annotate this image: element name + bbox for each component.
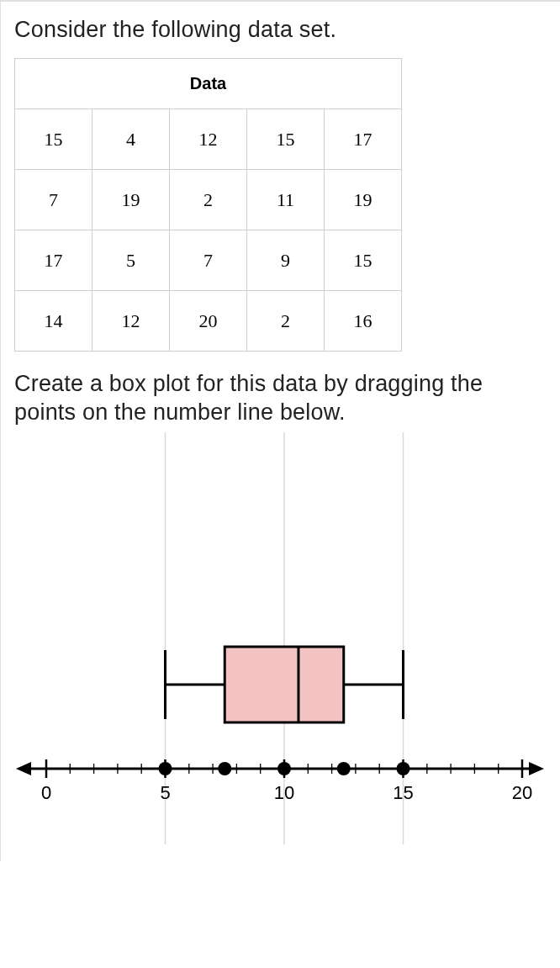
table-cell: 12	[170, 109, 247, 170]
table-cell: 19	[92, 170, 170, 230]
drag-point-3[interactable]	[337, 762, 351, 775]
table-cell: 15	[15, 109, 92, 170]
table-cell: 11	[247, 170, 325, 230]
table-cell: 15	[325, 230, 402, 291]
table-row: 141220216	[15, 291, 402, 352]
table-row: 1757915	[15, 230, 402, 291]
table-cell: 9	[247, 230, 325, 291]
table-row: 154121517	[15, 109, 402, 170]
table-cell: 20	[170, 291, 247, 352]
tick-label: 20	[512, 782, 532, 803]
drag-point-1[interactable]	[218, 762, 231, 775]
drag-point-4[interactable]	[397, 762, 410, 775]
table-row: 71921119	[15, 170, 402, 230]
tick-label: 0	[41, 782, 51, 803]
arrow-right-icon	[529, 762, 544, 775]
table-cell: 17	[15, 230, 92, 291]
table-cell: 15	[247, 109, 325, 170]
drag-point-0[interactable]	[159, 762, 172, 775]
table-header: Data	[15, 59, 402, 109]
arrow-left-icon	[16, 762, 31, 775]
tick-label: 10	[274, 782, 294, 803]
data-table: Data 154121517719211191757915141220216	[14, 58, 402, 352]
table-cell: 7	[15, 170, 92, 230]
table-cell: 4	[92, 109, 170, 170]
boxplot-chart[interactable]: 05101520	[14, 432, 546, 844]
table-cell: 14	[15, 291, 92, 352]
table-cell: 16	[325, 291, 402, 352]
table-cell: 7	[170, 230, 247, 291]
box-rect	[225, 647, 344, 722]
question-prompt: Consider the following data set.	[14, 17, 547, 43]
table-cell: 19	[325, 170, 402, 230]
tick-label: 15	[393, 782, 413, 803]
table-cell: 5	[92, 230, 170, 291]
instruction-text: Create a box plot for this data by dragg…	[14, 370, 547, 427]
tick-label: 5	[160, 782, 170, 803]
drag-point-2[interactable]	[277, 762, 291, 775]
table-cell: 17	[325, 109, 402, 170]
table-cell: 2	[247, 291, 325, 352]
table-cell: 2	[170, 170, 247, 230]
table-cell: 12	[92, 291, 170, 352]
